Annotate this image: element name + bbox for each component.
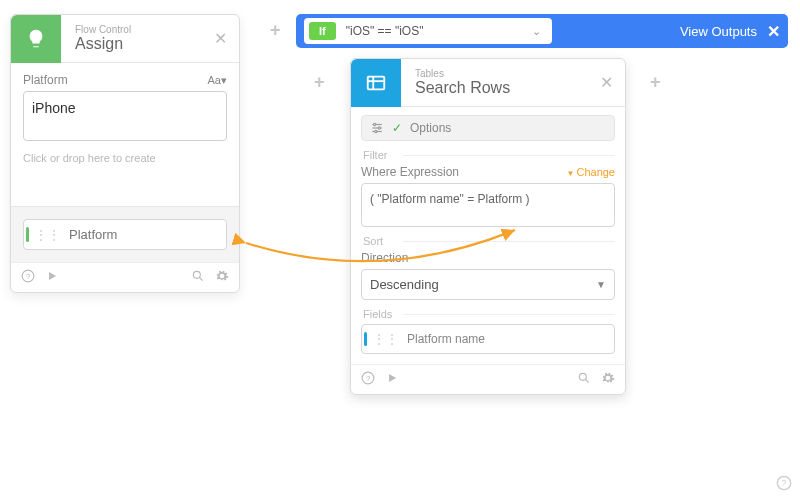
direction-label: Direction <box>361 251 408 265</box>
svg-point-10 <box>374 123 376 125</box>
if-container-bar: If "iOS" == "iOS" ⌄ View Outputs ✕ <box>296 14 788 48</box>
assign-header: Flow Control Assign ✕ <box>11 15 239 63</box>
add-inner-right-button[interactable]: + <box>650 72 661 93</box>
sort-group-label: Sort <box>363 235 615 247</box>
svg-point-15 <box>579 373 586 380</box>
drag-handle-icon[interactable]: ⋮⋮ <box>35 232 61 238</box>
search-icon[interactable] <box>577 371 591 388</box>
assign-title: Assign <box>75 35 208 53</box>
svg-line-16 <box>586 380 589 383</box>
assign-category: Flow Control <box>75 24 208 35</box>
create-hint[interactable]: Click or drop here to create <box>23 152 227 164</box>
svg-rect-4 <box>368 76 385 89</box>
where-expression-input[interactable]: ( "Platform name" = Platform ) <box>361 183 615 227</box>
fields-group-label: Fields <box>363 308 615 320</box>
view-outputs-link[interactable]: View Outputs <box>680 24 757 39</box>
platform-input[interactable] <box>23 91 227 141</box>
svg-text:?: ? <box>26 272 30 281</box>
platform-label: Platform <box>23 73 68 87</box>
search-title: Search Rows <box>415 79 594 97</box>
search-rows-header: Tables Search Rows ✕ <box>351 59 625 107</box>
filter-group-label: Filter <box>363 149 615 161</box>
search-icon[interactable] <box>191 269 205 286</box>
if-tag: If <box>309 22 336 40</box>
add-inner-left-button[interactable]: + <box>314 72 325 93</box>
assign-footer: ? <box>11 262 239 292</box>
if-condition-pill[interactable]: If "iOS" == "iOS" ⌄ <box>304 18 552 44</box>
svg-text:?: ? <box>366 374 370 383</box>
play-icon[interactable] <box>385 371 399 388</box>
lightbulb-icon <box>11 15 61 63</box>
close-icon[interactable]: ✕ <box>208 25 233 52</box>
svg-line-3 <box>200 278 203 281</box>
variables-section: ⋮⋮ Platform <box>11 206 239 262</box>
svg-point-12 <box>375 130 377 132</box>
chevron-down-icon[interactable]: ⌄ <box>526 25 547 38</box>
gear-icon[interactable] <box>215 269 229 286</box>
sliders-icon <box>370 121 384 135</box>
field-name: Platform name <box>407 332 485 346</box>
help-icon[interactable]: ? <box>21 269 35 286</box>
change-link[interactable]: Change <box>567 166 615 178</box>
drag-handle-icon[interactable]: ⋮⋮ <box>373 336 399 342</box>
direction-select[interactable]: Descending ▼ <box>361 269 615 300</box>
search-footer: ? <box>351 364 625 394</box>
options-bar[interactable]: ✓ Options <box>361 115 615 141</box>
assign-card: Flow Control Assign ✕ Platform Aa▾ Click… <box>10 14 240 293</box>
create-dropzone[interactable] <box>23 170 227 196</box>
type-badge[interactable]: Aa▾ <box>208 74 227 87</box>
table-icon <box>351 59 401 107</box>
direction-value: Descending <box>370 277 439 292</box>
select-caret-icon: ▼ <box>596 279 606 290</box>
if-expression: "iOS" == "iOS" <box>346 24 526 38</box>
svg-point-2 <box>193 271 200 278</box>
gear-icon[interactable] <box>601 371 615 388</box>
svg-text:?: ? <box>782 478 787 488</box>
play-icon[interactable] <box>45 269 59 286</box>
options-label: Options <box>410 121 451 135</box>
search-category: Tables <box>415 68 594 79</box>
if-close-icon[interactable]: ✕ <box>767 22 780 41</box>
page-help-icon[interactable]: ? <box>776 475 792 494</box>
search-rows-card: Tables Search Rows ✕ ✓ Options Filter Wh… <box>350 58 626 395</box>
close-icon[interactable]: ✕ <box>594 69 619 96</box>
field-pill[interactable]: ⋮⋮ Platform name <box>361 324 615 354</box>
check-icon: ✓ <box>392 121 402 135</box>
svg-point-11 <box>378 127 380 129</box>
where-label: Where Expression <box>361 165 459 179</box>
variable-name: Platform <box>69 227 117 242</box>
variable-pill[interactable]: ⋮⋮ Platform <box>23 219 227 250</box>
help-icon[interactable]: ? <box>361 371 375 388</box>
add-step-button[interactable]: + <box>270 20 281 41</box>
